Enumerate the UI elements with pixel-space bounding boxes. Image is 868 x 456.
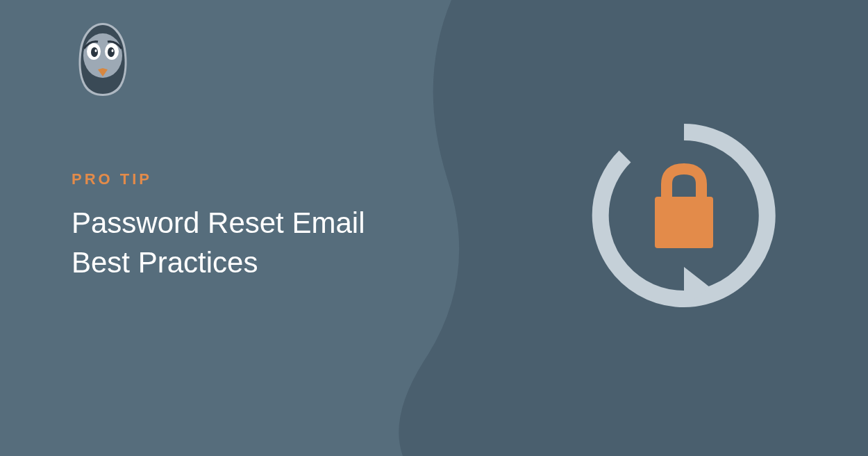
title-line-1: Password Reset Email [72,204,365,243]
hero-content: PRO TIP Password Reset Email Best Practi… [72,170,365,282]
eyebrow-label: PRO TIP [72,170,365,188]
svg-point-4 [108,47,115,57]
svg-rect-7 [655,197,713,248]
lock-reset-icon [576,108,792,323]
svg-point-6 [112,49,114,52]
svg-point-3 [91,47,98,57]
hero-title: Password Reset Email Best Practices [72,204,365,282]
title-line-2: Best Practices [72,243,365,283]
svg-point-5 [95,49,97,52]
brand-logo [72,19,134,96]
